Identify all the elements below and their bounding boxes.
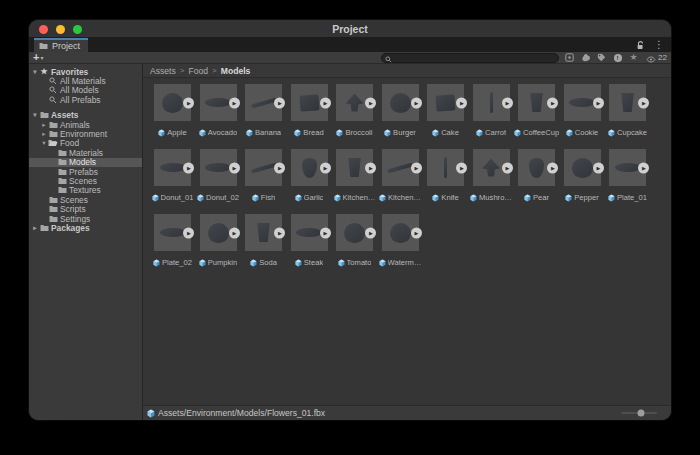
expand-subassets-button[interactable]: ▶: [229, 97, 240, 108]
asset-thumbnail[interactable]: ▶: [245, 149, 282, 186]
asset-thumbnail[interactable]: ▶: [200, 149, 237, 186]
asset-thumbnail[interactable]: ▶: [609, 149, 646, 186]
asset-item[interactable]: ▶Fish: [241, 149, 286, 206]
expand-subassets-button[interactable]: ▶: [456, 97, 467, 108]
expand-subassets-button[interactable]: ▶: [502, 97, 513, 108]
asset-thumbnail[interactable]: ▶: [245, 84, 282, 121]
asset-thumbnail[interactable]: ▶: [473, 84, 510, 121]
title-bar[interactable]: Project: [29, 20, 671, 38]
expand-subassets-button[interactable]: ▶: [411, 162, 422, 173]
tree-item-packages[interactable]: ▸Packages: [29, 223, 142, 232]
asset-item[interactable]: ▶Kitchen…: [378, 149, 423, 206]
asset-thumbnail[interactable]: ▶: [200, 214, 237, 251]
expander-icon[interactable]: ▸: [31, 224, 39, 232]
asset-item[interactable]: ▶Plate_02: [150, 214, 195, 271]
tree-item-assets[interactable]: ▾Assets: [29, 111, 142, 120]
expand-subassets-button[interactable]: ▶: [365, 227, 376, 238]
asset-item[interactable]: ▶Pear: [514, 149, 559, 206]
expand-subassets-button[interactable]: ▶: [593, 97, 604, 108]
tree-item-scripts[interactable]: Scripts: [29, 204, 142, 213]
asset-item[interactable]: ▶Garlic: [287, 149, 332, 206]
tree-item-scenes[interactable]: Scenes: [29, 176, 142, 185]
open-in-search-icon[interactable]: [564, 52, 575, 63]
asset-item[interactable]: ▶Banana: [241, 84, 286, 141]
asset-thumbnail[interactable]: ▶: [564, 149, 601, 186]
asset-item[interactable]: ▶Cookie: [560, 84, 605, 141]
search-by-type-icon[interactable]: [580, 52, 591, 63]
tree-item-all-models[interactable]: All Models: [29, 86, 142, 95]
asset-item[interactable]: ▶Donut_01: [150, 149, 195, 206]
asset-thumbnail[interactable]: ▶: [382, 214, 419, 251]
search-input[interactable]: [392, 54, 555, 62]
asset-item[interactable]: ▶Avocado: [196, 84, 241, 141]
asset-item[interactable]: ▶CoffeeCup: [514, 84, 559, 141]
expand-subassets-button[interactable]: ▶: [320, 97, 331, 108]
expand-subassets-button[interactable]: ▶: [411, 227, 422, 238]
thumbnail-size-slider[interactable]: [621, 409, 657, 418]
asset-item[interactable]: ▶Cake: [423, 84, 468, 141]
save-search-icon[interactable]: ★: [628, 52, 639, 63]
tree-item-materials[interactable]: Materials: [29, 148, 142, 157]
asset-thumbnail[interactable]: ▶: [154, 84, 191, 121]
asset-item[interactable]: ▶Waterm…: [378, 214, 423, 271]
tree-item-animals[interactable]: ▸Animals: [29, 120, 142, 129]
asset-thumbnail[interactable]: ▶: [564, 84, 601, 121]
asset-thumbnail[interactable]: ▶: [518, 149, 555, 186]
breadcrumb-item-models[interactable]: Models: [221, 66, 251, 76]
expand-subassets-button[interactable]: ▶: [229, 162, 240, 173]
expander-icon[interactable]: ▸: [40, 130, 48, 138]
create-add-button[interactable]: + ▾: [33, 52, 43, 63]
asset-thumbnail[interactable]: ▶: [427, 149, 464, 186]
tree-item-scenes[interactable]: Scenes: [29, 195, 142, 204]
asset-thumbnail[interactable]: ▶: [427, 84, 464, 121]
expander-icon[interactable]: ▾: [40, 139, 48, 147]
asset-item[interactable]: ▶Soda: [241, 214, 286, 271]
asset-thumbnail[interactable]: ▶: [609, 84, 646, 121]
tree-item-textures[interactable]: Textures: [29, 186, 142, 195]
expand-subassets-button[interactable]: ▶: [320, 162, 331, 173]
asset-thumbnail[interactable]: ▶: [291, 84, 328, 121]
asset-item[interactable]: ▶Burger: [378, 84, 423, 141]
tree-item-all-prefabs[interactable]: All Prefabs: [29, 95, 142, 104]
expand-subassets-button[interactable]: ▶: [183, 162, 194, 173]
asset-item[interactable]: ▶Steak: [287, 214, 332, 271]
asset-item[interactable]: ▶Plate_01: [605, 149, 650, 206]
tree-item-all-materials[interactable]: All Materials: [29, 76, 142, 85]
expand-subassets-button[interactable]: ▶: [638, 97, 649, 108]
tree-item-prefabs[interactable]: Prefabs: [29, 167, 142, 176]
expand-subassets-button[interactable]: ▶: [229, 227, 240, 238]
asset-thumbnail[interactable]: ▶: [382, 84, 419, 121]
asset-item[interactable]: ▶Pumpkin: [196, 214, 241, 271]
asset-item[interactable]: ▶Apple: [150, 84, 195, 141]
asset-item[interactable]: ▶Tomato: [332, 214, 377, 271]
expand-subassets-button[interactable]: ▶: [547, 162, 558, 173]
asset-item[interactable]: ▶Pepper: [560, 149, 605, 206]
expand-subassets-button[interactable]: ▶: [274, 97, 285, 108]
asset-thumbnail[interactable]: ▶: [154, 214, 191, 251]
asset-item[interactable]: ▶Kitchen…: [332, 149, 377, 206]
breadcrumb-item-assets[interactable]: Assets: [150, 66, 176, 76]
asset-thumbnail[interactable]: ▶: [336, 214, 373, 251]
tree-item-food[interactable]: ▾Food: [29, 139, 142, 148]
tree-item-settings[interactable]: Settings: [29, 214, 142, 223]
asset-thumbnail[interactable]: ▶: [336, 84, 373, 121]
expander-icon[interactable]: ▾: [31, 68, 39, 76]
expand-subassets-button[interactable]: ▶: [593, 162, 604, 173]
asset-item[interactable]: ▶Bread: [287, 84, 332, 141]
expand-subassets-button[interactable]: ▶: [320, 227, 331, 238]
expand-subassets-button[interactable]: ▶: [183, 97, 194, 108]
asset-item[interactable]: ▶Broccoli: [332, 84, 377, 141]
expand-subassets-button[interactable]: ▶: [365, 162, 376, 173]
expand-subassets-button[interactable]: ▶: [638, 162, 649, 173]
expander-icon[interactable]: ▸: [40, 121, 48, 129]
breadcrumb-item-food[interactable]: Food: [188, 66, 208, 76]
asset-item[interactable]: ▶Carrot: [469, 84, 514, 141]
expand-subassets-button[interactable]: ▶: [547, 97, 558, 108]
expand-subassets-button[interactable]: ▶: [502, 162, 513, 173]
asset-thumbnail[interactable]: ▶: [200, 84, 237, 121]
search-box[interactable]: [381, 53, 559, 63]
expand-subassets-button[interactable]: ▶: [411, 97, 422, 108]
asset-thumbnail[interactable]: ▶: [291, 214, 328, 251]
asset-item[interactable]: ▶Mushro…: [469, 149, 514, 206]
tree-item-favorites[interactable]: ▾★Favorites: [29, 67, 142, 76]
